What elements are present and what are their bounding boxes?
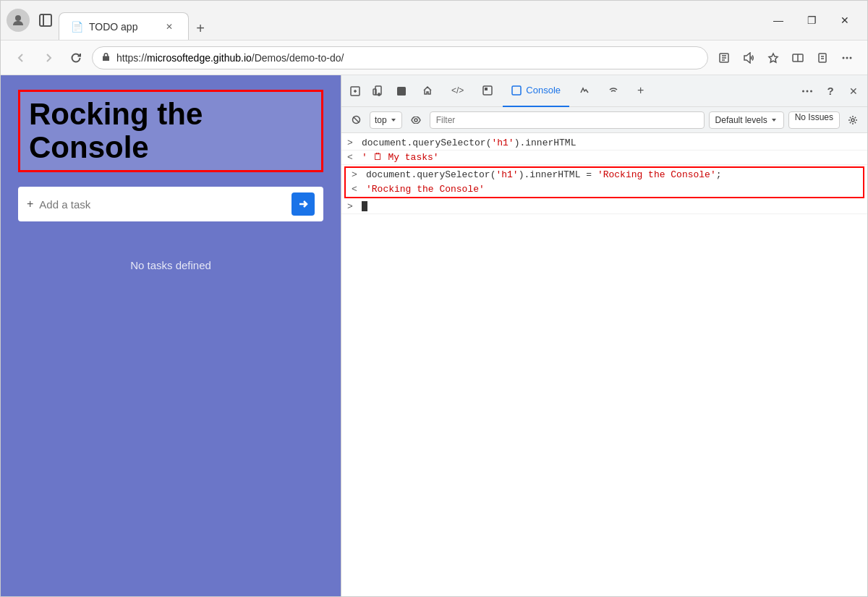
minimize-button[interactable]: — xyxy=(762,9,795,32)
add-task-icon: + xyxy=(27,198,33,211)
tab-title: TODO app xyxy=(89,21,156,33)
devtools-panel: </> Console + xyxy=(341,75,867,596)
back-button[interactable] xyxy=(9,46,33,69)
svg-point-32 xyxy=(851,119,854,122)
todo-input-area: + xyxy=(18,187,323,221)
console-tab-label: Console xyxy=(526,85,561,96)
context-label: top xyxy=(375,115,387,125)
console-input-text: document.querySelector('h1').innerHTML xyxy=(362,137,861,148)
read-aloud-button[interactable] xyxy=(737,46,760,69)
svg-rect-23 xyxy=(483,86,492,95)
svg-point-13 xyxy=(843,56,845,59)
more-button[interactable] xyxy=(835,46,859,69)
close-button[interactable]: ✕ xyxy=(828,9,861,32)
devtools-close-button[interactable]: ✕ xyxy=(843,80,864,102)
svg-marker-7 xyxy=(769,54,778,62)
console-settings-button[interactable] xyxy=(844,111,861,129)
forward-button[interactable] xyxy=(37,46,60,69)
levels-label: Default levels xyxy=(715,115,767,125)
log-levels-dropdown[interactable]: Default levels xyxy=(709,111,784,129)
refresh-button[interactable] xyxy=(64,46,88,69)
elements-panel-icon[interactable] xyxy=(391,80,412,102)
console-prompt: < xyxy=(352,184,362,195)
url-text: https://microsoftedge.github.io/Demos/de… xyxy=(116,52,699,64)
console-cursor-line[interactable]: > xyxy=(341,200,867,214)
eye-filter-button[interactable] xyxy=(407,111,425,129)
console-filter-input[interactable] xyxy=(430,111,705,129)
tab-sources[interactable]: </> xyxy=(443,75,472,107)
submit-task-button[interactable] xyxy=(292,192,315,216)
svg-rect-10 xyxy=(819,54,826,62)
console-prompt: > xyxy=(347,201,357,212)
collections-button[interactable] xyxy=(811,46,834,69)
inspect-element-button[interactable] xyxy=(344,80,366,102)
title-bar: 📄 TODO app ✕ + — ❐ ✕ xyxy=(1,1,867,41)
console-line: > document.querySelector('h1').innerHTML… xyxy=(346,168,863,182)
todo-header: Rocking the Console xyxy=(1,75,341,187)
tab-more[interactable]: + xyxy=(629,75,652,107)
tab-network[interactable] xyxy=(571,75,598,107)
svg-point-26 xyxy=(802,90,804,92)
tabs-area: 📄 TODO app ✕ + xyxy=(59,1,759,40)
navigation-bar: https://microsoftedge.github.io/Demos/de… xyxy=(1,41,867,75)
tab-wifi[interactable] xyxy=(600,75,627,107)
svg-line-30 xyxy=(354,117,359,123)
devtools-help-button[interactable]: ? xyxy=(820,80,841,102)
sidebar-icon[interactable] xyxy=(35,10,56,30)
no-issues-label: No Issues xyxy=(795,112,833,122)
console-toolbar: top Default levels No Issues xyxy=(341,107,867,133)
active-tab[interactable]: 📄 TODO app ✕ xyxy=(59,12,189,40)
console-prompt: < xyxy=(347,152,357,163)
svg-rect-21 xyxy=(373,89,376,95)
svg-rect-25 xyxy=(512,86,521,95)
restore-button[interactable]: ❐ xyxy=(795,9,828,32)
tab-console-icon-area[interactable] xyxy=(474,75,501,107)
svg-point-0 xyxy=(15,15,21,21)
console-line: > document.querySelector('h1').innerHTML xyxy=(341,136,867,151)
console-highlighted-block: > document.querySelector('h1').innerHTML… xyxy=(344,166,864,198)
profile-icon[interactable] xyxy=(7,9,30,32)
url-path: /Demos/demo-to-do/ xyxy=(252,52,344,64)
devtools-toolbar: </> Console + xyxy=(341,75,867,107)
svg-point-31 xyxy=(414,119,417,122)
console-input-highlighted: document.querySelector('h1').innerHTML =… xyxy=(366,169,857,180)
reading-mode-button[interactable] xyxy=(712,46,736,69)
url-domain: microsoftedge.github.io xyxy=(147,52,252,64)
console-output-text: ' 🗒 My tasks' xyxy=(362,152,861,163)
console-output-highlighted: 'Rocking the Console' xyxy=(366,184,857,195)
todo-app: Rocking the Console + No tasks defined xyxy=(1,75,341,596)
svg-point-28 xyxy=(810,90,812,92)
lock-icon xyxy=(101,52,111,64)
browser-window: 📄 TODO app ✕ + — ❐ ✕ https://mic xyxy=(0,0,868,597)
favorites-button[interactable] xyxy=(762,46,785,69)
tab-close-button[interactable]: ✕ xyxy=(162,20,176,34)
nav-right-icons xyxy=(712,46,859,69)
add-task-input[interactable] xyxy=(39,198,286,211)
main-area: Rocking the Console + No tasks defined xyxy=(1,75,867,596)
address-bar[interactable]: https://microsoftedge.github.io/Demos/de… xyxy=(92,46,708,69)
svg-rect-24 xyxy=(485,88,488,90)
console-prompt: > xyxy=(352,169,362,180)
todo-app-title: Rocking the Console xyxy=(18,90,323,172)
no-issues-button[interactable]: No Issues xyxy=(788,111,840,129)
svg-rect-1 xyxy=(40,14,51,26)
console-output: > document.querySelector('h1').innerHTML… xyxy=(341,133,867,596)
console-line: < 'Rocking the Console' xyxy=(346,182,863,197)
device-emulation-button[interactable] xyxy=(367,80,389,102)
console-line: < ' 🗒 My tasks' xyxy=(341,151,867,165)
empty-tasks-message: No tasks defined xyxy=(1,230,341,300)
title-bar-left xyxy=(7,9,56,32)
tab-favicon: 📄 xyxy=(71,21,83,33)
context-dropdown[interactable]: top xyxy=(370,111,402,129)
new-tab-button[interactable]: + xyxy=(189,17,212,40)
clear-console-button[interactable] xyxy=(347,111,365,129)
svg-point-14 xyxy=(846,56,848,59)
svg-point-27 xyxy=(807,90,809,92)
split-button[interactable] xyxy=(786,46,809,69)
svg-point-15 xyxy=(850,56,852,59)
svg-rect-22 xyxy=(397,87,406,96)
console-prompt: > xyxy=(347,137,357,148)
tab-console[interactable]: Console xyxy=(503,75,569,107)
devtools-more-button[interactable] xyxy=(796,80,818,102)
tab-home[interactable] xyxy=(414,75,441,107)
